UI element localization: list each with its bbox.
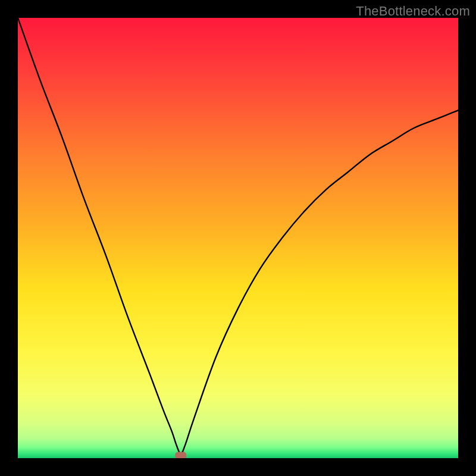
min-marker [175,452,186,458]
chart-frame: TheBottleneck.com [0,0,476,476]
chart-svg [18,18,458,458]
watermark-text: TheBottleneck.com [356,4,470,19]
chart-background [18,18,458,458]
plot-area [18,18,458,458]
